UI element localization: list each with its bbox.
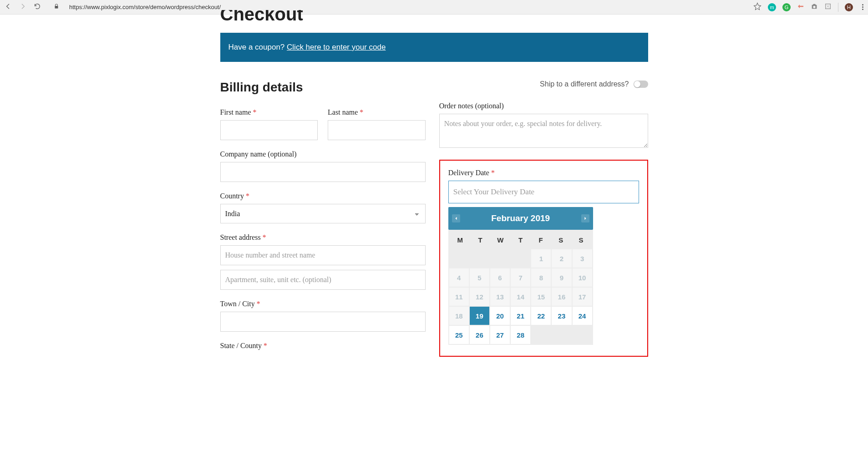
company-label: Company name (optional) — [220, 150, 426, 158]
coupon-link[interactable]: Click here to enter your code — [287, 43, 386, 51]
calendar-day-17: 17 — [573, 288, 592, 306]
calendar-day-28[interactable]: 28 — [511, 326, 530, 344]
calendar-dow-cell: F — [531, 236, 551, 244]
order-notes-input[interactable] — [439, 114, 648, 148]
calendar-day-9: 9 — [552, 268, 571, 287]
calendar-weekdays: MTWTFSS — [448, 230, 593, 248]
billing-heading: Billing details — [220, 80, 426, 95]
calendar-dow-cell: T — [511, 236, 531, 244]
menu-icon[interactable] — [862, 4, 863, 10]
lock-icon — [54, 3, 59, 11]
street-input[interactable] — [220, 245, 426, 265]
calendar-day-2: 2 — [552, 249, 571, 268]
divider — [838, 3, 838, 12]
ext-icon-1[interactable]: m — [768, 3, 776, 11]
calendar-dow-cell: T — [470, 236, 490, 244]
page-title: Checkout — [220, 10, 648, 24]
calendar-day-5: 5 — [470, 268, 489, 287]
back-icon[interactable] — [5, 3, 12, 11]
calendar-day-1: 1 — [531, 249, 551, 268]
town-input[interactable] — [220, 312, 426, 332]
calendar-dow-cell: M — [450, 236, 470, 244]
ship-different-label: Ship to a different address? — [540, 80, 629, 88]
calendar-day-22[interactable]: 22 — [531, 307, 551, 325]
calendar-day-15: 15 — [531, 288, 551, 306]
first-name-label: First name * — [220, 108, 318, 116]
ext-icon-4[interactable] — [824, 3, 832, 11]
state-label: State / County * — [220, 342, 426, 350]
bookmark-star-icon[interactable] — [753, 2, 761, 12]
company-input[interactable] — [220, 162, 426, 182]
forward-icon[interactable] — [19, 3, 26, 11]
calendar-day-13: 13 — [490, 288, 510, 306]
delivery-date-section: Delivery Date * February 2019 MTWTFSS 12… — [439, 160, 648, 357]
calendar-empty-cell — [490, 249, 510, 268]
last-name-input[interactable] — [328, 120, 426, 140]
ext-icon-3[interactable] — [797, 3, 804, 11]
calendar-month-title: February 2019 — [491, 213, 550, 223]
calendar-day-18: 18 — [449, 307, 469, 325]
calendar-day-25[interactable]: 25 — [449, 326, 469, 344]
country-select[interactable]: India — [220, 204, 426, 223]
calendar-day-20[interactable]: 20 — [490, 307, 510, 325]
calendar-day-6: 6 — [490, 268, 510, 287]
calendar-empty-cell — [511, 249, 530, 268]
calendar-day-16: 16 — [552, 288, 571, 306]
calendar-day-23[interactable]: 23 — [552, 307, 571, 325]
calendar-day-21[interactable]: 21 — [511, 307, 530, 325]
calendar-empty-cell — [470, 249, 489, 268]
calendar-day-24[interactable]: 24 — [573, 307, 592, 325]
calendar-day-8: 8 — [531, 268, 551, 287]
calendar-empty-cell — [449, 249, 469, 268]
profile-avatar[interactable]: H — [845, 3, 853, 11]
calendar-dow-cell: W — [490, 236, 510, 244]
ext-icon-2[interactable]: G — [782, 3, 791, 11]
address-bar[interactable]: https://www.pixlogix.com/store/demo/word… — [69, 4, 221, 10]
calendar-day-27[interactable]: 27 — [490, 326, 510, 344]
country-label: Country * — [220, 192, 426, 200]
coupon-banner: Have a coupon? Click here to enter your … — [220, 33, 648, 62]
first-name-input[interactable] — [220, 120, 318, 140]
calendar-header: February 2019 — [448, 207, 593, 230]
street-label: Street address * — [220, 233, 426, 242]
delivery-date-input[interactable] — [448, 181, 639, 203]
calendar-day-3: 3 — [573, 249, 592, 268]
calendar-dow-cell: S — [571, 236, 591, 244]
calendar-day-10: 10 — [573, 268, 592, 287]
calendar-next-icon[interactable] — [581, 214, 589, 222]
calendar-day-4: 4 — [449, 268, 469, 287]
town-label: Town / City * — [220, 300, 426, 308]
calendar-dow-cell: S — [551, 236, 571, 244]
ship-different-toggle[interactable] — [634, 81, 648, 88]
calendar: February 2019 MTWTFSS 123456789101112131… — [448, 207, 593, 345]
calendar-prev-icon[interactable] — [452, 214, 460, 222]
street2-input[interactable] — [220, 270, 426, 290]
calendar-day-7: 7 — [511, 268, 530, 287]
coupon-prompt: Have a coupon? — [228, 43, 287, 51]
delivery-date-label: Delivery Date * — [448, 169, 639, 177]
camera-icon[interactable] — [811, 3, 818, 11]
order-notes-label: Order notes (optional) — [439, 102, 648, 110]
calendar-day-19[interactable]: 19 — [470, 307, 489, 325]
calendar-day-26[interactable]: 26 — [470, 326, 489, 344]
calendar-day-11: 11 — [449, 288, 469, 306]
last-name-label: Last name * — [328, 108, 426, 116]
calendar-grid: 1234567891011121314151617181920212223242… — [448, 248, 593, 345]
calendar-day-12: 12 — [470, 288, 489, 306]
reload-icon[interactable] — [34, 3, 41, 11]
calendar-day-14: 14 — [511, 288, 530, 306]
